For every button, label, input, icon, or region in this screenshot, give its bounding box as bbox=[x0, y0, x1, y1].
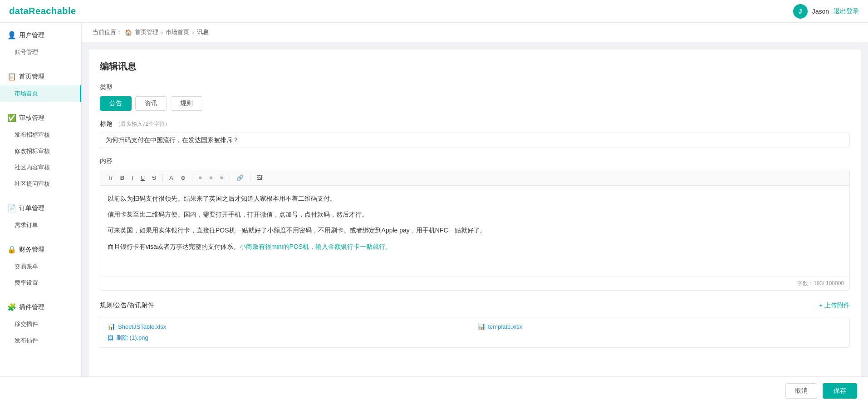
sidebar-item-question-audit[interactable]: 社区提问审核 bbox=[0, 176, 81, 192]
attachment-item-2[interactable]: 📊 template.xlsx bbox=[478, 323, 843, 330]
content-panel: 编辑讯息 类型 公告 资讯 规则 标题 （最多输入72个字符） bbox=[89, 49, 861, 376]
title-section: 标题 （最多输入72个字符） bbox=[100, 120, 850, 148]
type-btn-news[interactable]: 资讯 bbox=[135, 96, 167, 111]
sidebar-group-title-plugin: 🧩 插件管理 bbox=[0, 298, 81, 316]
home-icon: 🏠 bbox=[125, 29, 132, 36]
logo: dataReachable bbox=[9, 6, 76, 16]
breadcrumb-item-1[interactable]: 首页管理 bbox=[135, 28, 158, 36]
logout-button[interactable]: 退出登录 bbox=[834, 7, 859, 15]
attachment-title: 规则/公告/资讯附件 bbox=[100, 301, 154, 310]
check-circle-icon: ✅ bbox=[7, 114, 16, 122]
sidebar-item-modify-audit[interactable]: 修改招标审核 bbox=[0, 143, 81, 159]
toolbar-sep-3 bbox=[230, 174, 230, 182]
attachment-filename-1: SheetJSTable.xlsx bbox=[118, 323, 166, 330]
sidebar-item-transfer-plugin[interactable]: 移交插件 bbox=[0, 316, 81, 332]
sidebar-item-demand-order[interactable]: 需求订单 bbox=[0, 217, 81, 233]
type-btn-rules[interactable]: 规则 bbox=[171, 96, 202, 111]
type-section: 类型 公告 资讯 规则 bbox=[100, 84, 850, 111]
sidebar-group-title-order: 📄 订单管理 bbox=[0, 199, 81, 217]
toolbar-sep-2 bbox=[192, 174, 192, 182]
toolbar-bold[interactable]: B bbox=[118, 173, 127, 183]
topbar-right: J Jason 退出登录 bbox=[793, 4, 859, 19]
sidebar-item-fee-settings[interactable]: 费率设置 bbox=[0, 275, 81, 291]
sidebar-item-publish-plugin[interactable]: 发布插件 bbox=[0, 332, 81, 349]
breadcrumb-item-2[interactable]: 市场首页 bbox=[166, 28, 189, 36]
attachment-list: 📊 SheetJSTable.xlsx 📊 template.xlsx 🖼 删除… bbox=[100, 317, 850, 348]
upload-button[interactable]: + 上传附件 bbox=[819, 301, 850, 310]
attachment-item-1[interactable]: 📊 SheetJSTable.xlsx bbox=[108, 323, 472, 330]
toolbar-link[interactable]: 🔗 bbox=[234, 173, 246, 183]
file-text-icon: 📄 bbox=[7, 204, 16, 212]
sidebar: 👤 用户管理 账号管理 📋 首页管理 市场首页 ✅ 审核管理 发布招标审核 修改… bbox=[0, 23, 82, 376]
puzzle-icon: 🧩 bbox=[7, 303, 16, 311]
cancel-button[interactable]: 取消 bbox=[785, 383, 817, 399]
editor-footer: 字数：193/ 100000 bbox=[100, 277, 849, 290]
lock-icon: 🔒 bbox=[7, 245, 16, 254]
sidebar-group-plugin: 🧩 插件管理 移交插件 发布插件 bbox=[0, 295, 81, 352]
sidebar-item-publish-audit[interactable]: 发布招标审核 bbox=[0, 127, 81, 143]
sidebar-item-market-home[interactable]: 市场首页 bbox=[0, 85, 81, 102]
editor-body[interactable]: 以前以为扫码支付很领先。结果来了英国之后才知道人家根本用不着二维码支付。 信用卡… bbox=[100, 186, 849, 277]
title-label: 标题 （最多输入72个字符） bbox=[100, 120, 850, 128]
layout: 👤 用户管理 账号管理 📋 首页管理 市场首页 ✅ 审核管理 发布招标审核 修改… bbox=[0, 23, 868, 376]
avatar: J bbox=[793, 4, 808, 19]
save-button[interactable]: 保存 bbox=[823, 383, 857, 399]
breadcrumb-current: 讯息 bbox=[197, 28, 209, 36]
content-paragraph-4: 而且银行卡有visa或者万事达完整的支付体系。小商贩有很mini的POS机，输入… bbox=[108, 241, 842, 252]
title-input[interactable] bbox=[100, 133, 850, 148]
breadcrumb-prefix: 当前位置： bbox=[93, 28, 122, 36]
page-title: 编辑讯息 bbox=[100, 60, 850, 73]
content-paragraph-2: 信用卡甚至比二维码方便。国内，需要打开手机，打开微信，点加号，点付款码，然后才行… bbox=[108, 209, 842, 220]
sidebar-group-title-finance: 🔒 财务管理 bbox=[0, 241, 81, 258]
word-count: 字数：193/ 100000 bbox=[797, 280, 844, 287]
layout-icon: 📋 bbox=[7, 72, 16, 81]
toolbar-strikethrough[interactable]: S bbox=[149, 173, 159, 183]
sidebar-group-title-user: 👤 用户管理 bbox=[0, 26, 81, 44]
toolbar-highlight[interactable]: ⊕ bbox=[178, 173, 188, 183]
person-icon: 👤 bbox=[7, 31, 16, 40]
attachment-filename-3: 删除 (1).png bbox=[116, 334, 148, 342]
sidebar-group-user: 👤 用户管理 账号管理 bbox=[0, 23, 81, 64]
toolbar-tr[interactable]: Tr bbox=[105, 173, 116, 183]
sidebar-item-community-audit[interactable]: 社区内容审核 bbox=[0, 159, 81, 176]
sidebar-group-order: 📄 订单管理 需求订单 bbox=[0, 196, 81, 237]
content-paragraph-3: 可来英国，如果用实体银行卡，直接往POS机一贴就好了小额度不用密码，不用刷卡。或… bbox=[108, 225, 842, 236]
page-footer: 取消 保存 bbox=[0, 376, 868, 405]
attachment-row-1: 📊 SheetJSTable.xlsx 📊 template.xlsx bbox=[108, 323, 842, 330]
toolbar-italic[interactable]: I bbox=[129, 173, 136, 183]
toolbar-font-color[interactable]: A bbox=[167, 173, 176, 183]
content-label: 内容 bbox=[100, 157, 850, 165]
type-btn-announcement[interactable]: 公告 bbox=[100, 96, 132, 111]
toolbar-underline[interactable]: U bbox=[138, 173, 147, 183]
sidebar-group-finance: 🔒 财务管理 交易账单 费率设置 bbox=[0, 237, 81, 295]
sidebar-item-account[interactable]: 账号管理 bbox=[0, 44, 81, 60]
file-excel-icon-2: 📊 bbox=[478, 323, 485, 330]
attachment-filename-2: template.xlsx bbox=[488, 323, 523, 330]
attachment-section: 规则/公告/资讯附件 + 上传附件 📊 SheetJSTable.xlsx 📊 … bbox=[100, 301, 850, 348]
content-section: 内容 Tr B I U S A ⊕ ≡ ≡ ≡ bbox=[100, 157, 850, 291]
attachment-item-3[interactable]: 🖼 删除 (1).png bbox=[108, 334, 842, 342]
content-paragraph-1: 以前以为扫码支付很领先。结果来了英国之后才知道人家根本用不着二维码支付。 bbox=[108, 193, 842, 204]
sidebar-group-title-audit: ✅ 审核管理 bbox=[0, 109, 81, 127]
breadcrumb: 当前位置： 🏠 首页管理 › 市场首页 › 讯息 bbox=[82, 23, 868, 42]
type-label: 类型 bbox=[100, 84, 850, 92]
editor-toolbar: Tr B I U S A ⊕ ≡ ≡ ≡ 🔗 bbox=[100, 170, 849, 186]
sidebar-item-transactions[interactable]: 交易账单 bbox=[0, 258, 81, 275]
editor: Tr B I U S A ⊕ ≡ ≡ ≡ 🔗 bbox=[100, 170, 850, 291]
toolbar-sep-1 bbox=[162, 174, 163, 182]
sidebar-group-title-home: 📋 首页管理 bbox=[0, 68, 81, 85]
user-name: Jason bbox=[812, 8, 829, 15]
type-buttons: 公告 资讯 规则 bbox=[100, 96, 850, 111]
main-area: 当前位置： 🏠 首页管理 › 市场首页 › 讯息 编辑讯息 类型 公告 资讯 规… bbox=[82, 23, 868, 376]
sidebar-group-audit: ✅ 审核管理 发布招标审核 修改招标审核 社区内容审核 社区提问审核 bbox=[0, 105, 81, 196]
toolbar-align-right[interactable]: ≡ bbox=[217, 173, 226, 183]
toolbar-sep-4 bbox=[250, 174, 250, 182]
toolbar-align-center[interactable]: ≡ bbox=[206, 173, 216, 183]
file-excel-icon-1: 📊 bbox=[108, 323, 115, 330]
sidebar-group-home: 📋 首页管理 市场首页 bbox=[0, 64, 81, 105]
file-image-icon: 🖼 bbox=[108, 335, 113, 341]
toolbar-align-left[interactable]: ≡ bbox=[196, 173, 205, 183]
toolbar-image[interactable]: 🖼 bbox=[254, 173, 265, 183]
attachment-header: 规则/公告/资讯附件 + 上传附件 bbox=[100, 301, 850, 310]
topbar: dataReachable J Jason 退出登录 bbox=[0, 0, 868, 23]
